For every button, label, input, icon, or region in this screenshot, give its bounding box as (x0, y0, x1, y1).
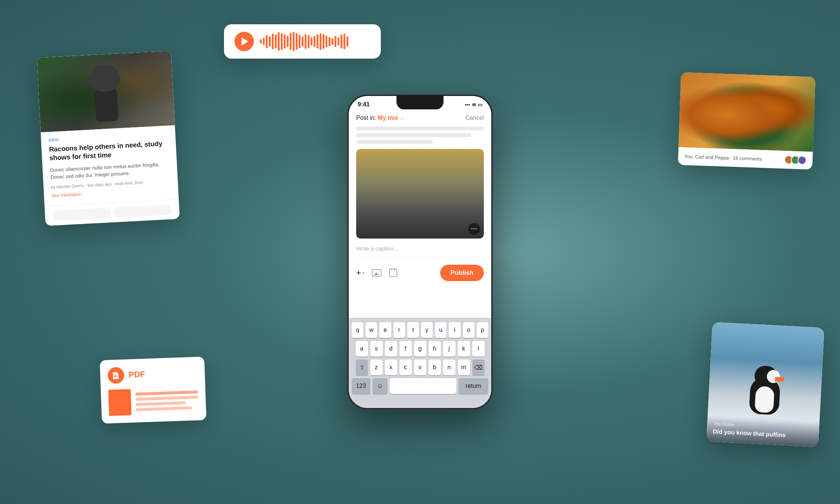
puffin-breast (755, 386, 775, 413)
article-action-1[interactable] (52, 208, 111, 221)
pdf-thumbnail (108, 389, 131, 416)
racoon-ear-left (95, 66, 103, 75)
puffin-beak (775, 377, 784, 382)
pdf-icon (108, 367, 125, 384)
racoon-head (90, 65, 121, 92)
article-card: GEO Racoons help others in need, study s… (37, 51, 180, 226)
keyboard: q w e r t y u i o p a s d f g h (349, 318, 491, 408)
text-line-2 (356, 133, 471, 137)
waveform-bar (302, 36, 304, 47)
pdf-line-3 (136, 401, 186, 406)
article-action-2[interactable] (113, 204, 172, 218)
waveform-bar (263, 38, 265, 45)
key-m[interactable]: m (458, 360, 470, 375)
key-g[interactable]: g (414, 341, 426, 357)
wifi-icon: ≋ (472, 102, 476, 108)
key-u[interactable]: u (435, 322, 447, 338)
article-translate-link[interactable]: See translation (51, 187, 171, 198)
key-b[interactable]: b (429, 360, 441, 375)
article-title: Racoons help others in need, study shows… (49, 139, 169, 163)
waveform-bar (260, 39, 262, 44)
key-p[interactable]: p (477, 322, 488, 338)
pdf-card: PDF (100, 357, 206, 424)
image-more-options[interactable]: ··· (468, 223, 480, 235)
waveform-bar (314, 36, 315, 47)
add-chevron-icon: ▾ (363, 271, 364, 275)
image-attachment-button[interactable] (372, 269, 382, 277)
key-delete[interactable]: ⌫ (472, 360, 485, 375)
key-return[interactable]: return (458, 378, 488, 394)
post-in-container[interactable]: Post in: My mix ⌄ (356, 115, 404, 121)
post-toolbar: + ▾ Publish (356, 262, 484, 283)
waveform-bar (335, 36, 336, 47)
text-input-area[interactable] (356, 127, 484, 144)
video-thumbnail (678, 72, 815, 152)
pdf-lines (135, 387, 199, 415)
key-f[interactable]: f (399, 341, 412, 357)
key-w[interactable]: w (365, 322, 377, 338)
key-x[interactable]: x (385, 360, 397, 375)
plus-icon: + (356, 268, 361, 278)
pdf-header: PDF (108, 364, 197, 384)
video-comments-count: 16 comments (733, 155, 762, 162)
waveform-bar (293, 32, 295, 51)
waveform-bar (317, 34, 318, 49)
puffin-illustration (745, 365, 785, 415)
post-in-label: Post in: (356, 115, 378, 121)
calendar-button[interactable] (389, 269, 397, 277)
video-viewers: You, Carl and Peppa (684, 153, 729, 161)
key-q[interactable]: q (352, 322, 363, 338)
key-z[interactable]: z (370, 360, 383, 375)
animal-image (37, 51, 175, 133)
key-o[interactable]: o (463, 322, 475, 338)
key-d[interactable]: d (385, 341, 397, 357)
key-r[interactable]: r (393, 322, 405, 338)
pdf-content (108, 387, 199, 416)
text-line-1 (356, 127, 484, 130)
caption-input[interactable]: Write a caption... (356, 244, 484, 257)
waveform-bar (337, 37, 339, 46)
key-c[interactable]: c (399, 360, 412, 375)
key-a[interactable]: a (356, 341, 368, 357)
key-i[interactable]: i (449, 322, 460, 338)
phone-device: 9:41 ▪▪▪ ≋ ▭ Post in: My mix ⌄ Cancel (347, 94, 493, 410)
waveform-bar (275, 34, 277, 49)
waveform-bar (320, 33, 321, 50)
waveform-bar (299, 35, 301, 48)
key-k[interactable]: k (458, 341, 470, 357)
main-scene: GEO Racoons help others in need, study s… (0, 0, 840, 504)
key-s[interactable]: s (370, 341, 383, 357)
key-space[interactable] (390, 378, 456, 394)
signal-icon: ▪▪▪ (465, 102, 470, 108)
key-y[interactable]: y (421, 322, 433, 338)
waveform-bar (346, 36, 348, 47)
publish-button[interactable]: Publish (440, 265, 484, 281)
attached-image: ··· (356, 149, 484, 239)
key-numbers[interactable]: 123 (352, 378, 370, 394)
key-t[interactable]: t (407, 322, 419, 338)
add-button[interactable]: + ▾ (356, 268, 364, 278)
keyboard-row-2: a s d f g h j k l (352, 341, 488, 357)
key-n[interactable]: n (443, 360, 455, 375)
waveform-bar (340, 34, 342, 49)
key-j[interactable]: j (443, 341, 455, 357)
key-v[interactable]: v (414, 360, 426, 375)
key-emoji[interactable]: ☺ (373, 378, 388, 394)
pdf-line-1 (135, 391, 198, 396)
phone-content: Post in: My mix ⌄ Cancel ··· (349, 111, 491, 283)
key-shift[interactable]: ⇧ (356, 360, 368, 375)
racoon-illustration (82, 60, 130, 122)
waveform-bar (290, 33, 292, 50)
key-l[interactable]: l (472, 341, 485, 357)
text-line-3 (356, 140, 433, 144)
pdf-line-4 (136, 406, 192, 411)
key-e[interactable]: e (379, 322, 391, 338)
waveform-bar (269, 36, 271, 47)
puffin-card: The Globe Did you know that puffins (706, 322, 824, 447)
waveform-bar (329, 37, 330, 46)
cancel-button[interactable]: Cancel (465, 115, 484, 121)
puffin-overlay: The Globe Did you know that puffins (706, 415, 819, 447)
audio-play-button[interactable] (234, 32, 254, 51)
key-h[interactable]: h (429, 341, 441, 357)
article-excerpt: Donec ullamcorper nulla non metus auctor… (50, 160, 170, 181)
